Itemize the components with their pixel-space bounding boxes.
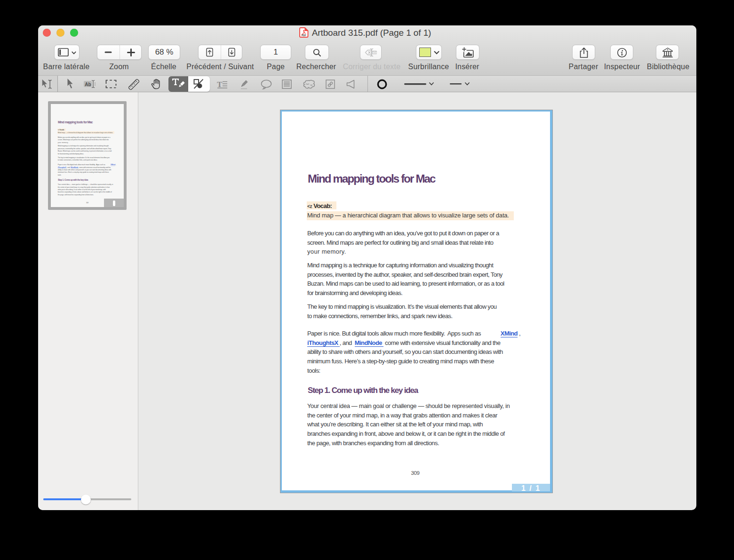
svg-text:PDF: PDF [302, 34, 306, 37]
svg-text:T: T [217, 80, 223, 88]
svg-text:Ab: Ab [85, 82, 91, 87]
svg-text:abc: abc [373, 51, 378, 54]
